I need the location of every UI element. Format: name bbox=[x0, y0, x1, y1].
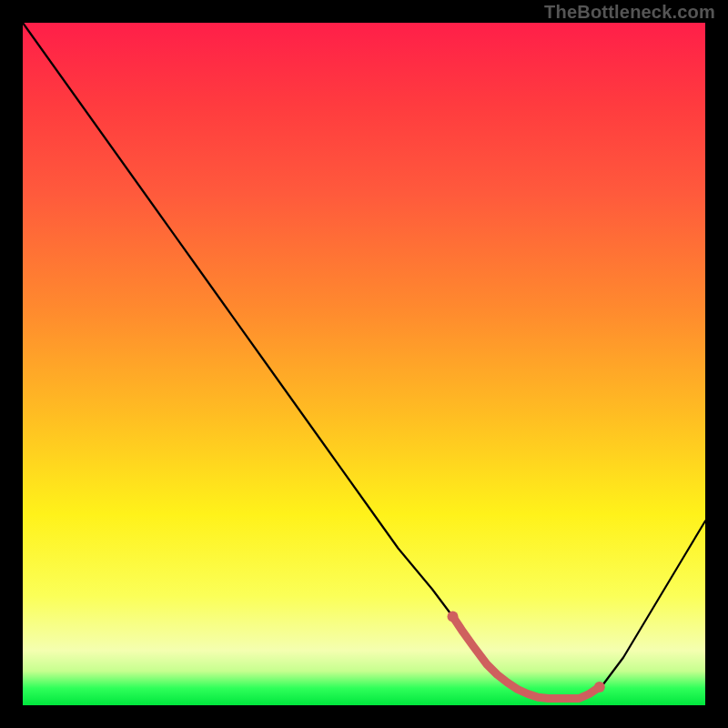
optimal-marker bbox=[460, 629, 466, 635]
optimal-band bbox=[453, 617, 600, 699]
optimal-marker bbox=[555, 695, 561, 702]
optimal-marker bbox=[525, 691, 531, 697]
watermark-text: TheBottleneck.com bbox=[544, 2, 715, 23]
optimal-marker bbox=[494, 672, 500, 678]
optimal-marker bbox=[566, 695, 572, 702]
optimal-marker-end bbox=[594, 682, 605, 693]
optimal-marker bbox=[484, 662, 490, 668]
bottleneck-curve bbox=[23, 23, 705, 699]
curve-layer bbox=[23, 23, 705, 705]
plot-area bbox=[23, 23, 705, 705]
chart-frame: TheBottleneck.com bbox=[0, 0, 728, 728]
optimal-marker-end bbox=[448, 612, 459, 622]
optimal-marker bbox=[545, 695, 551, 702]
optimal-marker bbox=[470, 643, 477, 650]
optimal-marker bbox=[576, 695, 582, 702]
optimal-marker bbox=[535, 694, 541, 701]
optimal-zone-markers bbox=[448, 612, 605, 703]
optimal-marker bbox=[514, 686, 521, 693]
optimal-marker bbox=[586, 691, 592, 697]
optimal-marker bbox=[504, 680, 511, 686]
